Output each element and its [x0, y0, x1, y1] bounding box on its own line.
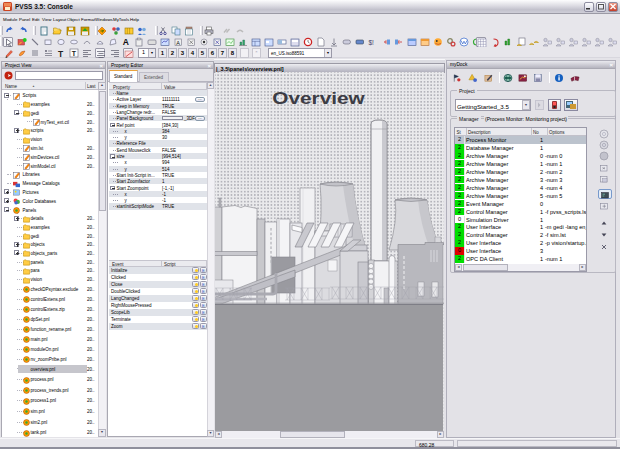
svg-text:T: T	[72, 49, 77, 56]
svg-text:A: A	[176, 39, 180, 45]
svg-text:A: A	[123, 37, 129, 47]
svg-text:T: T	[58, 48, 64, 58]
svg-text:$!: $!	[369, 38, 375, 45]
